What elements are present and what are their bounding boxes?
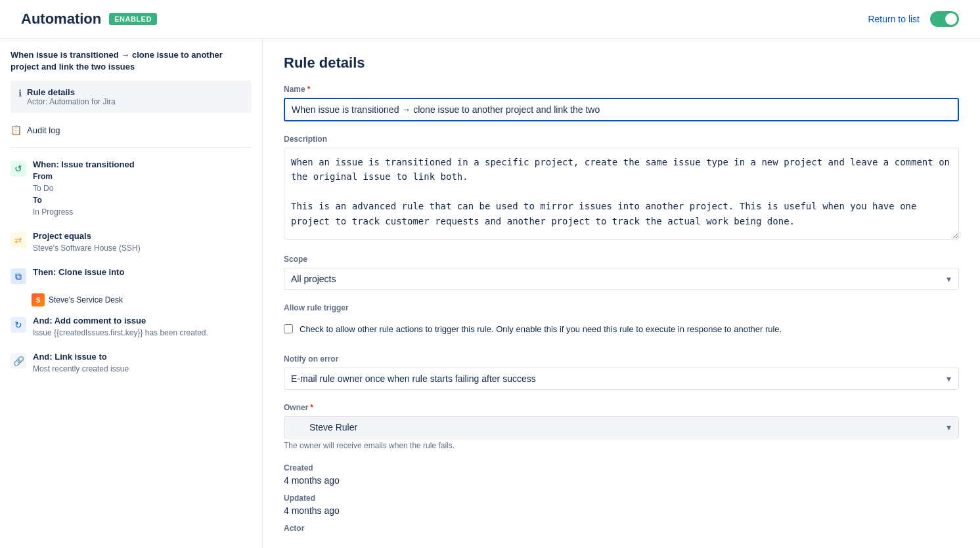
status-badge: ENABLED [109, 13, 157, 25]
clone-content: Then: Clone issue into [33, 267, 124, 277]
flow-item-clone[interactable]: ⧉ Then: Clone issue into [0, 261, 262, 291]
toggle-check-icon: ✓ [950, 15, 956, 24]
comment-icon: ↻ [11, 317, 26, 333]
flow-item-link[interactable]: 🔗 And: Link issue to Most recently creat… [0, 345, 262, 381]
updated-label: Updated [284, 494, 959, 503]
scope-select[interactable]: All projects Specific projects [284, 268, 959, 290]
rule-details-sidebar-item[interactable]: ℹ Rule details Actor: Automation for Jir… [11, 81, 252, 113]
owner-group: Owner * SR Steve Ruler The owner will re… [284, 403, 959, 450]
notify-select[interactable]: E-mail rule owner once when rule starts … [284, 368, 959, 390]
link-detail: Most recently created issue [33, 363, 129, 375]
toggle-slider: ✓ [930, 11, 959, 27]
description-label: Description [284, 135, 959, 144]
condition-content: Project equals Steve's Software House (S… [33, 231, 141, 254]
allow-rule-trigger-text: Check to allow other rule actions to tri… [300, 323, 782, 336]
flow-item-condition[interactable]: ⇄ Project equals Steve's Software House … [0, 224, 262, 261]
audit-log-label: Audit log [27, 125, 60, 135]
name-label: Name * [284, 85, 959, 94]
when-icon: ↺ [11, 161, 26, 177]
condition-detail: Steve's Software House (SSH) [33, 242, 141, 254]
link-icon: 🔗 [11, 353, 26, 369]
comment-detail: Issue {{createdIssues.first.key}} has be… [33, 327, 208, 339]
rule-details-subtitle: Actor: Automation for Jira [27, 97, 116, 106]
owner-display[interactable]: Steve Ruler [284, 416, 959, 438]
main-content: When issue is transitioned → clone issue… [0, 39, 980, 548]
allow-rule-trigger-checkbox[interactable] [284, 324, 293, 333]
header-right: Return to list ✓ [868, 11, 959, 27]
allow-rule-trigger-group: Allow rule trigger Check to allow other … [284, 303, 959, 341]
link-content: And: Link issue to Most recently created… [33, 352, 129, 375]
owner-note: The owner will receive emails when the r… [284, 441, 959, 450]
created-group: Created 4 months ago [284, 463, 959, 486]
to-label: To [33, 196, 42, 205]
rule-details-panel: Rule details Name * Description When an … [263, 39, 980, 548]
created-value: 4 months ago [284, 475, 959, 486]
rule-title: When issue is transitioned → clone issue… [0, 49, 262, 81]
enabled-toggle[interactable]: ✓ [930, 11, 959, 27]
scope-group: Scope All projects Specific projects [284, 255, 959, 290]
when-title: When: Issue transitioned [33, 159, 135, 169]
to-value: In Progress [33, 207, 73, 217]
return-to-list-link[interactable]: Return to list [868, 14, 920, 24]
owner-label: Owner * [284, 403, 959, 412]
from-label: From [33, 172, 53, 181]
sidebar-divider [11, 147, 252, 148]
scope-select-wrapper: All projects Specific projects [284, 268, 959, 290]
when-content: When: Issue transitioned From To Do To I… [33, 159, 135, 218]
name-required: * [307, 85, 311, 94]
description-textarea[interactable]: When an issue is transitioned in a speci… [284, 148, 959, 240]
actor-group: Actor [284, 524, 959, 533]
audit-log-item[interactable]: 📋 Audit log [0, 118, 262, 142]
rule-details-text: Rule details Actor: Automation for Jira [27, 87, 116, 106]
top-header: Automation ENABLED Return to list ✓ [0, 0, 980, 39]
name-group: Name * [284, 85, 959, 121]
comment-title: And: Add comment to issue [33, 316, 208, 326]
condition-icon: ⇄ [11, 232, 26, 248]
comment-content: And: Add comment to issue Issue {{create… [33, 316, 208, 339]
clone-sub-item: S Steve's Service Desk [0, 291, 262, 309]
updated-group: Updated 4 months ago [284, 494, 959, 516]
flow-item-comment[interactable]: ↻ And: Add comment to issue Issue {{crea… [0, 309, 262, 345]
actor-label: Actor [284, 524, 959, 533]
header-left: Automation ENABLED [21, 11, 157, 28]
owner-name: Steve Ruler [309, 422, 357, 432]
panel-title: Rule details [284, 54, 959, 72]
clone-icon: ⧉ [11, 268, 26, 284]
service-desk-label: Steve's Service Desk [49, 295, 123, 305]
clone-title: Then: Clone issue into [33, 267, 124, 277]
allow-rule-trigger-label: Allow rule trigger [284, 303, 959, 312]
page-container: Automation ENABLED Return to list ✓ When… [0, 0, 980, 548]
info-icon: ℹ [18, 88, 22, 98]
description-group: Description When an issue is transitione… [284, 135, 959, 242]
rule-details-title: Rule details [27, 87, 116, 97]
owner-required: * [310, 403, 313, 412]
name-input[interactable] [284, 98, 959, 121]
link-title: And: Link issue to [33, 352, 129, 362]
page-title: Automation [21, 11, 101, 28]
notify-select-wrapper: E-mail rule owner once when rule starts … [284, 368, 959, 390]
flow-item-when[interactable]: ↺ When: Issue transitioned From To Do To… [0, 153, 262, 224]
from-value: To Do [33, 184, 53, 193]
audit-log-icon: 📋 [11, 125, 22, 135]
notify-on-error-label: Notify on error [284, 354, 959, 364]
owner-select-wrapper: SR Steve Ruler [284, 416, 959, 438]
service-desk-icon: S [32, 293, 45, 306]
sidebar: When issue is transitioned → clone issue… [0, 39, 263, 548]
scope-label: Scope [284, 255, 959, 264]
created-label: Created [284, 463, 959, 473]
notify-on-error-group: Notify on error E-mail rule owner once w… [284, 354, 959, 390]
condition-title: Project equals [33, 231, 141, 241]
when-detail: From To Do To In Progress [33, 171, 135, 218]
allow-rule-trigger-checkbox-group: Check to allow other rule actions to tri… [284, 318, 959, 341]
updated-value: 4 months ago [284, 505, 959, 516]
